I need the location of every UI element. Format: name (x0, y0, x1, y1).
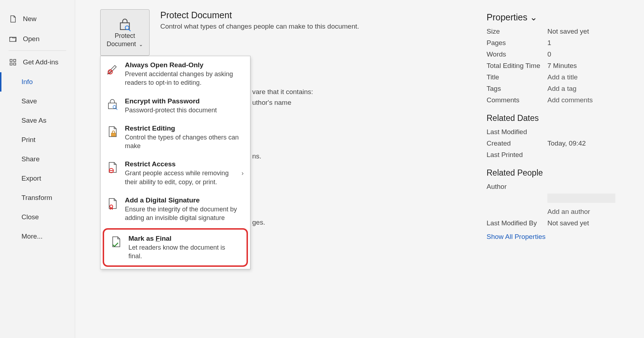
mark-final-icon (110, 235, 123, 250)
nav-new[interactable]: New (0, 9, 75, 29)
menu-desc: Password-protect this document (125, 106, 244, 114)
menu-title: Mark as Final (128, 235, 240, 243)
read-only-icon (106, 61, 119, 76)
nav-label: Transform (21, 194, 52, 202)
protect-icon (117, 17, 132, 32)
nav-open[interactable]: Open (0, 29, 75, 49)
nav-get-addins[interactable]: Get Add-ins (0, 52, 75, 72)
last-modified-by-value: Not saved yet (547, 219, 589, 227)
obscured-text: uthor's name (252, 99, 291, 107)
properties-panel: Properties ⌄ SizeNot saved yet Pages1 Wo… (487, 9, 637, 327)
chevron-right-icon: › (241, 170, 244, 177)
properties-header[interactable]: Properties ⌄ (487, 12, 637, 23)
prop-size-value: Not saved yet (547, 28, 589, 35)
button-line-1: Protect (114, 32, 135, 39)
svg-point-5 (125, 26, 129, 30)
restrict-access-icon (106, 160, 119, 175)
svg-rect-2 (10, 63, 12, 65)
last-modified-by-label: Last Modified By (487, 219, 547, 227)
prop-editing-time-value: 7 Minutes (547, 62, 577, 70)
last-modified-label: Last Modified (487, 128, 547, 136)
obscured-text: ges. (252, 219, 265, 226)
nav-label: New (23, 15, 36, 23)
prop-editing-time-label: Total Editing Time (487, 62, 547, 70)
menu-digital-signature[interactable]: Add a Digital Signature Ensure the integ… (101, 191, 250, 227)
protect-description: Control what types of changes people can… (160, 23, 359, 30)
nav-label: More... (21, 232, 43, 240)
nav-transform[interactable]: Transform (0, 188, 75, 207)
chevron-down-icon: ⌄ (530, 12, 537, 22)
prop-comments-input[interactable]: Add comments (547, 96, 593, 104)
addins-grid-icon (9, 58, 17, 67)
prop-words-label: Words (487, 50, 547, 58)
nav-label: Save As (21, 117, 47, 124)
svg-point-10 (113, 106, 116, 108)
obscured-text: ns. (252, 152, 261, 160)
new-document-icon (9, 15, 17, 23)
menu-restrict-access[interactable]: Restrict Access Grant people access whil… (101, 155, 250, 191)
menu-mark-as-final[interactable]: Mark as Final Let readers know the docum… (103, 228, 248, 267)
related-dates-header: Related Dates (487, 113, 637, 123)
prop-tags-label: Tags (487, 85, 547, 93)
menu-encrypt-password[interactable]: Encrypt with Password Password-protect t… (101, 92, 250, 119)
restrict-editing-icon (106, 124, 119, 139)
nav-label: Print (21, 136, 35, 144)
menu-title: Restrict Access (125, 160, 236, 168)
menu-always-read-only[interactable]: Always Open Read-Only Prevent accidental… (101, 56, 250, 92)
created-value: Today, 09:42 (547, 139, 586, 147)
nav-close[interactable]: Close (0, 207, 75, 227)
menu-restrict-editing[interactable]: Restrict Editing Control the types of ch… (101, 119, 250, 156)
menu-title: Encrypt with Password (125, 97, 244, 105)
nav-share[interactable]: Share (0, 150, 75, 169)
prop-title-input[interactable]: Add a title (547, 73, 578, 81)
related-people-header: Related People (487, 168, 637, 178)
prop-pages-value: 1 (547, 39, 551, 47)
folder-open-icon (9, 35, 17, 43)
backstage-sidebar: New Open Get Add-ins Info Save Save As P… (0, 0, 75, 338)
last-printed-label: Last Printed (487, 151, 547, 159)
nav-more[interactable]: More... (0, 227, 75, 246)
menu-title: Add a Digital Signature (125, 196, 244, 204)
menu-desc: Control the types of changes others can … (125, 133, 244, 151)
author-label: Author (487, 183, 547, 191)
prop-words-value: 0 (547, 50, 551, 58)
protect-document-dropdown: Always Open Read-Only Prevent accidental… (100, 56, 250, 269)
obscured-text: vare that it contains: (252, 88, 313, 96)
nav-info[interactable]: Info (0, 72, 75, 92)
menu-desc: Grant people access while removing their… (125, 169, 236, 186)
add-author-input[interactable]: Add an author (547, 208, 590, 216)
nav-label: Get Add-ins (23, 58, 58, 66)
nav-label: Save (21, 97, 37, 105)
prop-comments-label: Comments (487, 96, 547, 104)
menu-desc: Prevent accidental changes by asking rea… (125, 70, 244, 87)
nav-label: Share (21, 155, 40, 163)
prop-size-label: Size (487, 28, 547, 35)
menu-title: Restrict Editing (125, 124, 244, 132)
protect-document-button[interactable]: Protect Document ⌄ (100, 9, 150, 56)
created-label: Created (487, 139, 547, 147)
menu-desc: Let readers know the document is final. (128, 243, 240, 261)
protect-title: Protect Document (160, 10, 359, 20)
nav-print[interactable]: Print (0, 130, 75, 150)
divider (9, 50, 66, 51)
menu-title: Always Open Read-Only (125, 61, 244, 69)
signature-icon (106, 196, 119, 211)
nav-save-as[interactable]: Save As (0, 111, 75, 130)
svg-rect-0 (10, 59, 12, 62)
svg-rect-12 (111, 133, 116, 136)
author-field[interactable] (547, 194, 615, 203)
show-all-properties-link[interactable]: Show All Properties (487, 233, 637, 241)
prop-title-label: Title (487, 73, 547, 81)
nav-label: Info (21, 78, 33, 86)
nav-label: Open (23, 35, 39, 43)
svg-rect-1 (14, 59, 16, 62)
nav-save[interactable]: Save (0, 92, 75, 111)
nav-label: Export (21, 175, 41, 182)
main-panel: Protect Document ⌄ Protect Document Cont… (75, 0, 644, 338)
prop-tags-input[interactable]: Add a tag (547, 85, 576, 93)
encrypt-icon (106, 97, 119, 112)
menu-desc: Ensure the integrity of the document by … (125, 205, 244, 222)
prop-pages-label: Pages (487, 39, 547, 47)
left-column: Protect Document ⌄ Protect Document Cont… (100, 9, 401, 327)
nav-export[interactable]: Export (0, 169, 75, 188)
